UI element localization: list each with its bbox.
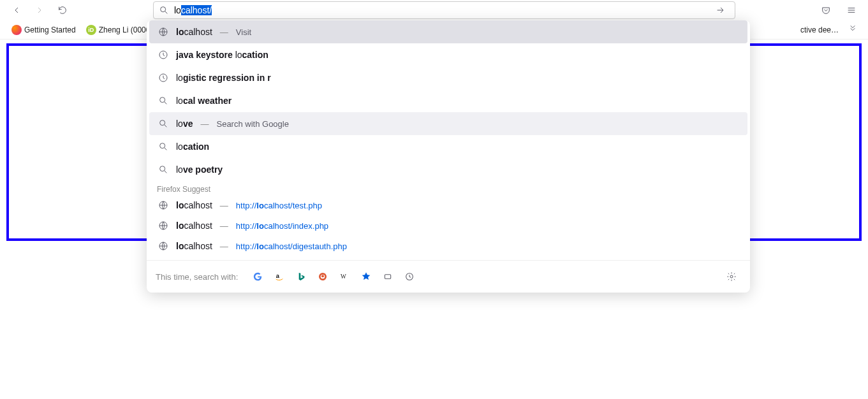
engine-bing[interactable] [291,267,311,286]
suggestion-text: java keystore location [176,50,268,60]
engine-wikipedia[interactable]: W [335,267,354,286]
search-icon [159,5,169,15]
reload-button[interactable] [54,1,71,19]
svg-rect-16 [385,275,391,279]
svg-point-4 [160,98,165,103]
dash: — [220,27,228,37]
svg-point-6 [160,143,165,149]
globe-icon [158,241,168,251]
toolbar: localhost/ [0,0,868,20]
search-icon [158,141,168,152]
svg-point-0 [161,7,166,12]
bookmark-getting-started[interactable]: Getting Started [8,23,80,37]
firefox-suggest-header: Firefox Suggest [147,181,750,195]
svg-text:a: a [276,273,280,279]
engine-duckduckgo[interactable] [313,267,332,286]
back-button[interactable] [8,1,26,19]
bookmark-label: ctive dee… [800,25,839,34]
suggestion-text: localhost [176,221,212,231]
suggestion-text: location [176,141,209,152]
footer-label: This time, search with: [156,272,238,282]
bookmark-right-truncated[interactable]: ctive dee… [797,24,842,36]
svg-text:W: W [341,273,346,280]
suggestion-action: Visit [236,27,251,37]
orcid-icon: iD [86,25,96,35]
firefox-suggest-row[interactable]: localhost — http://localhost/digestauth.… [149,236,747,256]
suggestion-row-history[interactable]: java keystore location [149,43,747,66]
suggestion-row-search[interactable]: local weather [149,89,747,112]
suggestion-text: localhost [176,241,212,251]
suggestion-url: http://localhost/index.php [236,221,328,231]
suggestion-text: localhost [176,200,212,210]
suggestion-text: localhost [176,27,212,37]
firefox-icon [11,25,22,35]
menu-icon[interactable] [842,1,860,19]
search-engine-footer: This time, search with: a W [147,260,750,290]
toolbar-right [817,1,860,19]
pocket-icon[interactable] [817,1,835,19]
suggestion-text: logistic regression in r [176,73,271,83]
dash: — [220,201,228,210]
engine-amazon[interactable]: a [270,267,289,286]
search-icon [158,164,168,175]
globe-icon [158,200,168,210]
forward-button[interactable] [31,1,48,19]
search-settings-button[interactable] [722,267,741,286]
go-arrow-icon[interactable] [712,1,730,19]
suggestion-action: Search with Google [216,119,288,129]
engine-google[interactable] [248,267,267,286]
suggestion-row-search[interactable]: location [149,135,747,158]
dash: — [200,119,209,129]
bookmark-label: Getting Started [24,25,76,34]
urlbar-dropdown: localhost — Visit java keystore location… [147,20,750,293]
firefox-suggest-row[interactable]: localhost — http://localhost/test.php [149,195,747,215]
address-input[interactable]: localhost/ [174,4,707,17]
clock-icon [158,50,168,60]
svg-point-18 [730,275,733,278]
svg-point-5 [160,120,165,126]
search-icon [158,119,168,129]
svg-point-14 [321,275,324,277]
suggestion-row-search[interactable]: love poetry [149,158,747,181]
engine-history[interactable] [400,267,419,286]
clock-icon [158,73,168,83]
engine-tabs[interactable] [378,267,397,286]
suggestion-text: love poetry [176,164,223,175]
dash: — [220,221,228,231]
suggestion-row-search-selected[interactable]: love — Search with Google [149,112,747,135]
suggestion-row-visit[interactable]: localhost — Visit [149,20,747,43]
search-icon [158,96,168,106]
globe-icon [158,27,168,37]
bookmarks-overflow-button[interactable] [845,21,860,38]
suggestion-text: local weather [176,96,232,106]
globe-icon [158,221,168,231]
firefox-suggest-row[interactable]: localhost — http://localhost/index.php [149,215,747,236]
suggestion-text: love [176,119,193,129]
engine-bookmarks[interactable] [357,267,376,286]
suggestion-row-history[interactable]: logistic regression in r [149,66,747,89]
suggestion-url: http://localhost/test.php [236,201,322,210]
dash: — [220,242,228,251]
svg-point-7 [160,166,165,171]
suggestion-url: http://localhost/digestauth.php [236,242,347,251]
address-bar[interactable]: localhost/ [153,1,735,19]
